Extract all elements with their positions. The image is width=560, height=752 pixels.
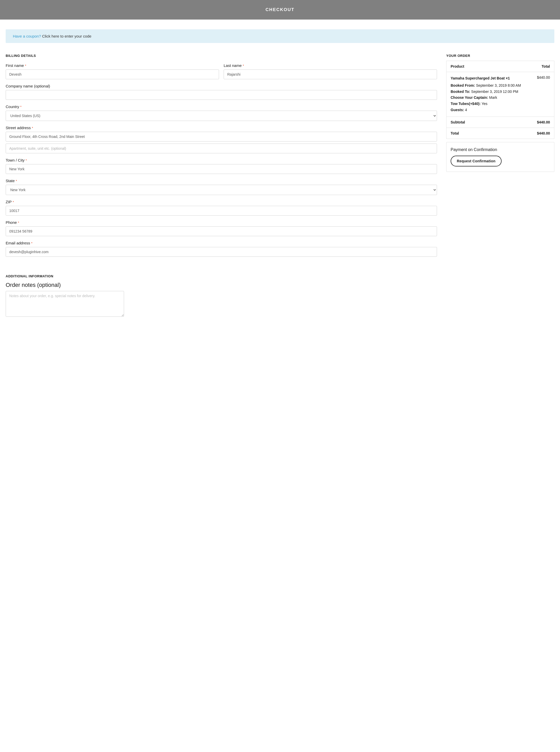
col-total: Total xyxy=(531,61,554,72)
coupon-banner: Have a coupon? Click here to enter your … xyxy=(6,29,554,43)
order-title: YOUR ORDER xyxy=(446,54,554,58)
product-qty: ×1 xyxy=(506,76,510,80)
email-input[interactable] xyxy=(6,247,437,257)
first-name-label: First name * xyxy=(6,63,219,68)
phone-group: Phone * xyxy=(6,220,437,236)
email-required: * xyxy=(31,242,33,245)
billing-title: BILLING DETAILS xyxy=(6,54,437,58)
email-group: Email address * xyxy=(6,241,437,257)
product-row: Yamaha Supercharged Jet Boat ×1 Booked F… xyxy=(446,72,554,117)
captain: Choose Your Captain: Mark xyxy=(451,95,527,101)
last-name-input[interactable] xyxy=(224,69,437,79)
coupon-link[interactable]: Have a coupon? xyxy=(13,34,41,38)
phone-required: * xyxy=(18,221,19,225)
company-label: Company name (optional) xyxy=(6,84,437,88)
zip-group: ZIP * xyxy=(6,200,437,216)
last-name-group: Last name * xyxy=(224,63,437,79)
order-table: Product Total Yamaha Supercharged Jet Bo… xyxy=(446,61,554,139)
state-select[interactable]: New York xyxy=(6,185,437,195)
order-table-header: Product Total xyxy=(446,61,554,72)
product-name: Yamaha Supercharged Jet Boat ×1 xyxy=(451,75,527,82)
street-group: Street address * xyxy=(6,125,437,153)
city-required: * xyxy=(26,159,27,162)
col-product: Product xyxy=(446,61,531,72)
city-label: Town / City * xyxy=(6,158,437,162)
country-label: Country * xyxy=(6,104,437,109)
last-name-required: * xyxy=(243,64,244,68)
tow-tubes: Tow Tubes(+$40): Yes xyxy=(451,101,527,107)
additional-title: ADDITIONAL INFORMATION xyxy=(6,274,554,278)
email-label: Email address * xyxy=(6,241,437,245)
last-name-label: Last name * xyxy=(224,63,437,68)
state-label: State * xyxy=(6,179,437,183)
total-label: Total xyxy=(446,128,531,139)
product-details-cell: Yamaha Supercharged Jet Boat ×1 Booked F… xyxy=(446,72,531,117)
order-notes-label: Order notes (optional) xyxy=(6,282,554,288)
name-row: First name * Last name * xyxy=(6,63,437,79)
street-required: * xyxy=(32,126,33,130)
city-group: Town / City * xyxy=(6,158,437,174)
first-name-input[interactable] xyxy=(6,69,219,79)
guests: Guests: 4 xyxy=(451,107,527,113)
payment-box: Payment on Confirmation Request Confirma… xyxy=(446,142,554,172)
additional-section: ADDITIONAL INFORMATION Order notes (opti… xyxy=(0,272,560,328)
confirm-button[interactable]: Request Confirmation xyxy=(451,156,502,166)
total-value: $440.00 xyxy=(531,128,554,139)
street-label: Street address * xyxy=(6,125,437,130)
page-title: CHECKOUT xyxy=(265,7,295,12)
order-notes-textarea[interactable] xyxy=(6,291,124,317)
country-select[interactable]: United States (US) xyxy=(6,110,437,121)
first-name-required: * xyxy=(25,64,26,68)
booked-to: Booked To: September 3, 2019 12:00 PM xyxy=(451,89,527,95)
page-header: CHECKOUT xyxy=(0,0,560,20)
subtotal-value: $440.00 xyxy=(531,117,554,128)
state-required: * xyxy=(16,179,17,183)
company-input[interactable] xyxy=(6,90,437,100)
total-row: Total $440.00 xyxy=(446,128,554,139)
payment-title: Payment on Confirmation xyxy=(451,147,550,152)
phone-label: Phone * xyxy=(6,220,437,225)
first-name-group: First name * xyxy=(6,63,219,79)
phone-input[interactable] xyxy=(6,226,437,236)
zip-required: * xyxy=(13,200,14,204)
main-content: BILLING DETAILS First name * Last name *… xyxy=(0,45,560,272)
product-price-cell: $440.00 xyxy=(531,72,554,117)
street-input[interactable] xyxy=(6,132,437,142)
billing-section: BILLING DETAILS First name * Last name *… xyxy=(6,54,437,261)
country-required: * xyxy=(20,105,22,109)
subtotal-row: Subtotal $440.00 xyxy=(446,117,554,128)
state-group: State * New York xyxy=(6,179,437,195)
subtotal-label: Subtotal xyxy=(446,117,531,128)
booked-from: Booked From: September 3, 2019 8:00 AM xyxy=(451,83,527,89)
city-input[interactable] xyxy=(6,164,437,174)
order-section: YOUR ORDER Product Total Yamaha Supercha… xyxy=(446,54,554,172)
apartment-input[interactable] xyxy=(6,144,437,153)
company-group: Company name (optional) xyxy=(6,84,437,100)
country-group: Country * United States (US) xyxy=(6,104,437,121)
coupon-description: Click here to enter your code xyxy=(42,34,92,38)
product-details: Yamaha Supercharged Jet Boat ×1 Booked F… xyxy=(451,75,527,113)
zip-label: ZIP * xyxy=(6,200,437,204)
zip-input[interactable] xyxy=(6,206,437,216)
